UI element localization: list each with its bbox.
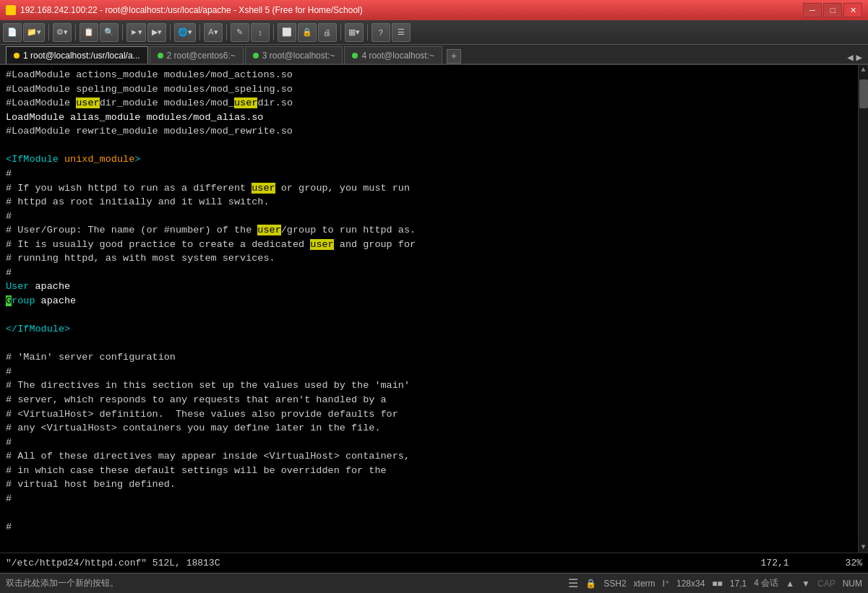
lock-icon: 🔒 [585, 579, 596, 589]
terminal-line: # [6, 209, 862, 224]
terminal-line: User apache [6, 280, 862, 294]
tab-3-label: 3 root@localhost:~ [262, 51, 335, 61]
scrollbar[interactable]: ▲ ▼ [858, 65, 868, 553]
file-info: "/etc/httpd24/httpd.conf" 512L, 18813C [6, 558, 220, 568]
tab-3-indicator [253, 53, 259, 59]
tab-2-label: 2 root@centos6:~ [167, 51, 236, 61]
terminal-line [6, 337, 862, 351]
ssh-protocol: SSH2 [603, 579, 626, 589]
terminal-line [6, 506, 862, 520]
layout-button[interactable]: ▦▾ [345, 23, 364, 42]
terminal-line: # [6, 365, 862, 379]
tab-1[interactable]: 1 root@localhost:/usr/local/a... [6, 46, 148, 64]
terminal-line: #LoadModule actions_module modules/mod_a… [6, 68, 862, 82]
hamburger-icon[interactable]: ☰ [568, 576, 578, 590]
new-session-button[interactable]: 📄 [3, 23, 22, 42]
caps-lock: CAP [817, 579, 835, 589]
terminal-line: # If you wish httpd to run as a differen… [6, 181, 862, 196]
window-controls: ─ □ ✕ [803, 3, 862, 17]
tab-bar: 1 root@localhost:/usr/local/a... 2 root@… [0, 45, 868, 65]
browser-button[interactable]: 🌐▾ [174, 23, 196, 42]
toolbar: 📄 📁▾ ⚙▾ 📋 🔍 ►▾ ▶▾ 🌐▾ A▾ ✎ ↕ ⬜ 🔒 🖨 ▦▾ ? ☰ [0, 20, 868, 45]
terminal-line: #LoadModule rewrite_module modules/mod_r… [6, 124, 862, 139]
add-tab-button[interactable]: + [447, 49, 461, 64]
scroll-up-arrow[interactable]: ▲ [859, 65, 868, 75]
terminal-area[interactable]: #LoadModule actions_module modules/mod_a… [0, 65, 868, 553]
titlebar: 192.168.242.100:22 - root@localhost:/usr… [0, 0, 868, 20]
toolbar-separator-2 [75, 25, 76, 40]
script-button[interactable]: ▶▾ [147, 23, 166, 42]
terminal-line: # [6, 167, 862, 181]
terminal-line: # virtual host being defined. [6, 477, 862, 492]
toolbar-separator-8 [340, 25, 341, 40]
scroll-up-btn[interactable]: ▲ [786, 579, 794, 589]
scroll-percent: 32% [846, 558, 862, 568]
terminal-line: Group apache [6, 294, 862, 308]
properties-button[interactable]: ⚙▾ [53, 23, 72, 42]
title-area: 192.168.242.100:22 - root@localhost:/usr… [6, 5, 363, 15]
tab-2[interactable]: 2 root@centos6:~ [150, 46, 244, 64]
font-button[interactable]: A▾ [204, 23, 223, 42]
tab-3[interactable]: 3 root@localhost:~ [245, 46, 343, 64]
cursor-pos-value: 172,1 [761, 558, 789, 568]
toolbar-separator-7 [273, 25, 274, 40]
tab-2-indicator [158, 53, 163, 59]
terminal-line: # [6, 520, 862, 534]
terminal-line: </IfModule> [6, 322, 862, 337]
terminal-line: # in which case these default settings w… [6, 464, 862, 478]
scroll-thumb[interactable] [859, 79, 868, 108]
session-count: 4 会话 [754, 577, 778, 589]
font-size-icon: I⁺ [663, 579, 669, 589]
bottom-right-info: ☰ 🔒 SSH2 xterm I⁺ 128x34 ■■ 17,1 4 会话 ▲ … [568, 576, 862, 590]
toolbar-separator-3 [122, 25, 123, 40]
terminal-line [6, 308, 862, 323]
toolbar-separator-4 [170, 25, 171, 40]
find-button[interactable]: 🔍 [100, 23, 119, 42]
lock-button[interactable]: 🔒 [298, 23, 317, 42]
terminal-line: #LoadModule userdir_module modules/mod_u… [6, 96, 862, 111]
scroll-down-arrow[interactable]: ▼ [859, 542, 868, 553]
window-title: 192.168.242.100:22 - root@localhost:/usr… [20, 5, 363, 15]
cursor-position: 17,1 [730, 579, 747, 589]
fullscreen-button[interactable]: ⬜ [278, 23, 296, 42]
compose-button[interactable]: ✎ [231, 23, 249, 42]
cursor-size-icon: ■■ [712, 579, 723, 589]
tab-navigation: ◀ ▶ [847, 51, 862, 64]
print-button[interactable]: 🖨 [318, 23, 337, 42]
maximize-button[interactable]: □ [823, 3, 842, 17]
toolbar-separator-6 [226, 25, 227, 40]
terminal-line: # running httpd, as with most system ser… [6, 251, 862, 266]
scroll-down-btn[interactable]: ▼ [802, 579, 810, 589]
vim-statusline: "/etc/httpd24/httpd.conf" 512L, 18813C 1… [0, 553, 868, 573]
tab-next-arrow[interactable]: ▶ [856, 51, 862, 64]
open-button[interactable]: 📁▾ [23, 23, 45, 42]
sftp-button[interactable]: ↕ [251, 23, 270, 42]
tab-1-label: 1 root@localhost:/usr/local/a... [23, 51, 140, 61]
terminal-line: # User/Group: The name (or #number) of t… [6, 223, 862, 238]
terminal-line: # It is usually good practice to create … [6, 238, 862, 252]
tab-4[interactable]: 4 root@localhost:~ [344, 46, 442, 64]
close-button[interactable]: ✕ [843, 3, 862, 17]
minimize-button[interactable]: ─ [803, 3, 822, 17]
terminal-line: # [6, 266, 862, 280]
terminal-line: LoadModule alias_module modules/mod_alia… [6, 111, 862, 125]
num-lock: NUM [843, 579, 862, 589]
tab-prev-arrow[interactable]: ◀ [847, 51, 853, 64]
terminal-line: #LoadModule speling_module modules/mod_s… [6, 82, 862, 97]
extra-button[interactable]: ☰ [392, 23, 411, 42]
bottom-hint: 双击此处添加一个新的按钮。 [6, 577, 119, 589]
toolbar-separator-9 [367, 25, 368, 40]
help-button[interactable]: ? [371, 23, 390, 42]
send-button[interactable]: ►▾ [126, 23, 146, 42]
copy-button[interactable]: 📋 [80, 23, 98, 42]
bottom-bar: 双击此处添加一个新的按钮。 ☰ 🔒 SSH2 xterm I⁺ 128x34 ■… [0, 573, 868, 593]
tab-4-indicator [352, 53, 358, 59]
tab-4-label: 4 root@localhost:~ [361, 51, 434, 61]
terminal-line: # server, which responds to any requests… [6, 393, 862, 407]
terminal-line: # The directives in this section set up … [6, 378, 862, 393]
terminal-type: xterm [634, 579, 656, 589]
terminal-line: <IfModule unixd_module> [6, 152, 862, 167]
terminal-line: # All of these directives may appear ins… [6, 449, 862, 464]
terminal-line: # [6, 492, 862, 506]
terminal-line: # 'Main' server configuration [6, 350, 862, 365]
